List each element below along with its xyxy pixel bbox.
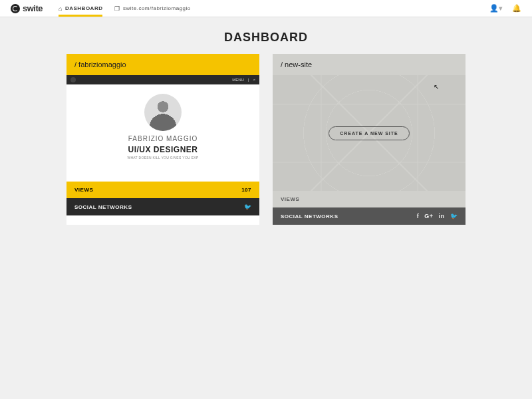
- social-icons: 🐦: [244, 203, 252, 210]
- home-icon: ⌂: [59, 5, 63, 12]
- new-site-body[interactable]: ↖ CREATE A NEW SITE: [273, 75, 466, 191]
- preview-person-name: FABRIZIO MAGGIO: [66, 135, 259, 142]
- chevron-down-icon: ▾: [499, 4, 503, 12]
- preview-topbar: MENU | <: [66, 75, 259, 84]
- brand[interactable]: swite: [11, 3, 43, 13]
- share-icon[interactable]: <: [253, 78, 255, 82]
- preview-menu-label: MENU: [232, 78, 244, 82]
- link-icon: ❐: [114, 5, 120, 12]
- nav-dashboard[interactable]: ⌂ DASHBOARD: [59, 1, 102, 16]
- user-icon: 👤: [489, 4, 499, 12]
- avatar: [144, 94, 182, 131]
- social-icons: f G+ in 🐦: [417, 213, 458, 219]
- preview-role: UI/UX DESIGNER: [66, 145, 259, 154]
- google-plus-icon[interactable]: G+: [424, 213, 433, 219]
- card-slug: / fabriziomaggio: [66, 54, 259, 75]
- site-card-fabriziomaggio[interactable]: / fabriziomaggio MENU | < FABRIZIO MAGGI…: [66, 54, 259, 225]
- social-label: SOCIAL NETWORKS: [281, 213, 338, 219]
- social-row[interactable]: SOCIAL NETWORKS f G+ in 🐦: [273, 207, 466, 225]
- create-site-button[interactable]: CREATE A NEW SITE: [329, 126, 410, 140]
- nav-dashboard-label: DASHBOARD: [65, 5, 103, 11]
- card-slug: / new-site: [273, 54, 466, 75]
- preview-menu[interactable]: MENU | <: [232, 78, 255, 82]
- views-count: 107: [241, 187, 251, 193]
- preview-logo-icon: [70, 77, 76, 82]
- brand-icon: [11, 4, 20, 13]
- cursor-icon: ↖: [434, 83, 439, 90]
- page-title: DASHBOARD: [0, 31, 532, 45]
- views-label: VIEWS: [74, 187, 93, 193]
- twitter-icon[interactable]: 🐦: [450, 213, 458, 219]
- nav-site-url-label: swite.com/fabriziomaggio: [123, 5, 191, 11]
- views-row[interactable]: VIEWS: [273, 191, 466, 207]
- notifications-button[interactable]: 🔔: [512, 4, 521, 13]
- topbar-right: 👤▾ 🔔: [489, 4, 521, 13]
- views-label: VIEWS: [281, 196, 299, 202]
- divider: |: [248, 78, 249, 82]
- social-row[interactable]: SOCIAL NETWORKS 🐦: [66, 198, 259, 215]
- twitter-icon[interactable]: 🐦: [244, 203, 252, 210]
- preview-tagline: WHAT DOESN KILL YOU GIVES YOU EXP: [66, 156, 259, 160]
- nav-site-url[interactable]: ❐ swite.com/fabriziomaggio: [114, 1, 190, 16]
- brand-text: swite: [23, 3, 43, 13]
- user-menu[interactable]: 👤▾: [489, 4, 503, 13]
- site-preview[interactable]: MENU | < FABRIZIO MAGGIO UI/UX DESIGNER …: [66, 75, 259, 182]
- views-row[interactable]: VIEWS 107: [66, 182, 259, 198]
- site-cards: / fabriziomaggio MENU | < FABRIZIO MAGGI…: [0, 54, 532, 225]
- social-label: SOCIAL NETWORKS: [74, 204, 132, 210]
- facebook-icon[interactable]: f: [417, 213, 420, 219]
- linkedin-icon[interactable]: in: [439, 213, 445, 219]
- topbar: swite ⌂ DASHBOARD ❐ swite.com/fabrizioma…: [0, 0, 532, 17]
- site-card-new[interactable]: / new-site ↖ CREATE A NEW SITE VIEWS SOC…: [273, 54, 466, 225]
